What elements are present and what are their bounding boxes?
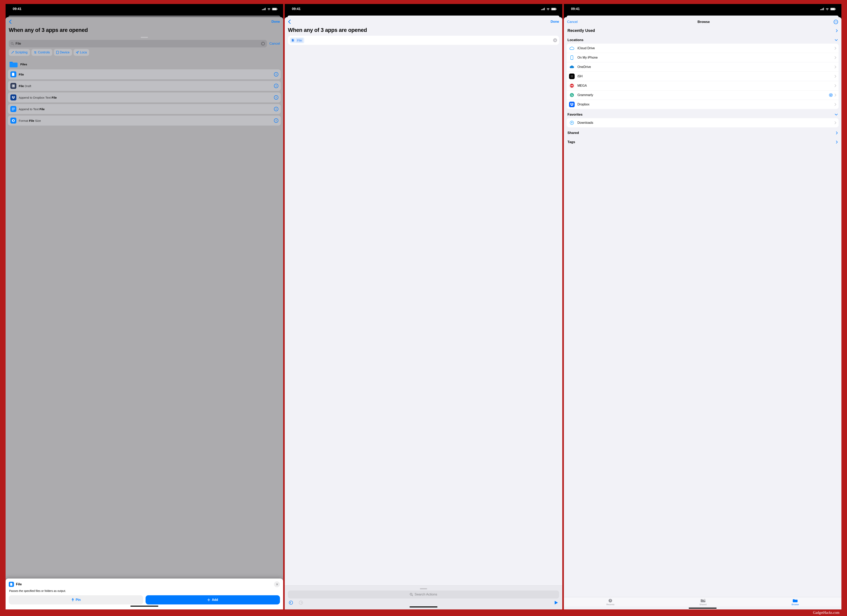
svg-point-41 [571, 75, 571, 76]
search-input[interactable] [16, 42, 260, 46]
pin-icon [71, 598, 74, 601]
location-mega[interactable]: MEGA [567, 81, 839, 90]
svg-rect-13 [13, 85, 14, 87]
chevron-right-icon [835, 75, 836, 78]
favorites-list: Downloads [567, 118, 839, 127]
info-button[interactable]: i [274, 84, 278, 88]
location-ish[interactable]: iSH [567, 72, 839, 81]
info-button[interactable]: i [274, 72, 278, 77]
done-button[interactable]: Done [268, 20, 280, 24]
location-dropbox[interactable]: Dropbox [567, 100, 839, 109]
files-app-icon [10, 61, 18, 67]
tab-recents[interactable]: Recents [606, 598, 614, 606]
location-onedrive[interactable]: OneDrive [567, 62, 839, 72]
svg-point-51 [570, 93, 574, 97]
action-file[interactable]: File i [8, 69, 281, 79]
location-icloud-drive[interactable]: iCloud Drive [567, 44, 839, 53]
back-button[interactable] [288, 19, 300, 24]
background-card-peek [567, 16, 839, 17]
chip-scripting[interactable]: Scripting [9, 49, 30, 56]
chevron-right-icon [835, 84, 836, 87]
clear-search-button[interactable]: ✕ [261, 42, 265, 46]
svg-rect-19 [542, 9, 543, 10]
token-label: File [296, 38, 303, 43]
file-action-token[interactable]: File [290, 37, 304, 43]
automation-title: When any of 3 apps are opened [6, 25, 283, 36]
shared-folder-icon [700, 598, 706, 603]
svg-rect-15 [12, 109, 15, 109]
done-button[interactable]: Done [547, 20, 559, 24]
favorite-downloads[interactable]: Downloads [567, 118, 839, 127]
status-time: 09:41 [13, 7, 21, 11]
status-bar: 09:41 [564, 4, 841, 14]
chip-device[interactable]: Device [54, 49, 72, 56]
add-button[interactable]: Add [146, 595, 280, 604]
svg-point-10 [35, 53, 36, 53]
cellular-icon [820, 8, 824, 10]
location-grammarly[interactable]: Grammarly [567, 90, 839, 100]
action-search-sheet: Done When any of 3 apps are opened ✕ Can… [6, 17, 283, 609]
ish-icon [569, 74, 575, 79]
home-indicator[interactable] [410, 606, 437, 607]
home-indicator[interactable] [130, 606, 158, 607]
chip-controls[interactable]: Controls [31, 49, 52, 56]
back-button[interactable] [9, 19, 21, 24]
action-file-draft[interactable]: File Draft i [8, 81, 281, 91]
category-chips: Scripting Controls Device Loca [6, 49, 283, 58]
svg-point-48 [572, 77, 572, 77]
remove-action-button[interactable]: ✕ [553, 38, 557, 42]
more-button[interactable] [826, 19, 838, 24]
tab-browse[interactable]: Browse [792, 598, 799, 606]
tags-row[interactable]: Tags [564, 137, 841, 146]
sheet-grabber[interactable] [420, 588, 427, 589]
icloud-icon [569, 46, 575, 51]
chip-location[interactable]: Loca [74, 49, 89, 56]
home-indicator[interactable] [689, 608, 717, 609]
actions-list: File i File Draft i Append [6, 69, 283, 125]
status-indicators [820, 8, 836, 10]
location-on-my-iphone[interactable]: On My iPhone [567, 53, 839, 62]
sliders-icon [34, 51, 37, 54]
search-cancel-button[interactable]: Cancel [269, 42, 280, 46]
pin-button[interactable]: Pin [9, 595, 143, 604]
svg-rect-34 [831, 8, 835, 10]
info-button[interactable]: i [274, 107, 278, 111]
svg-rect-20 [543, 8, 544, 10]
tab-shared[interactable]: Shared [699, 598, 707, 606]
action-format-file-size[interactable]: Format File Size i [8, 116, 281, 125]
recently-used-row[interactable]: Recently Used [564, 25, 841, 34]
svg-rect-24 [556, 9, 557, 10]
onedrive-icon [569, 64, 575, 70]
chevron-left-icon [288, 19, 291, 24]
svg-rect-0 [262, 9, 263, 10]
action-label: File Draft [19, 84, 272, 88]
svg-rect-40 [571, 56, 573, 60]
undo-button[interactable] [289, 600, 293, 605]
search-actions-field[interactable]: Search Actions [288, 591, 559, 598]
svg-rect-5 [272, 8, 277, 10]
run-button[interactable] [554, 600, 558, 605]
svg-point-7 [11, 43, 13, 44]
shared-row[interactable]: Shared [564, 127, 841, 137]
sheet-grabber[interactable] [141, 37, 148, 38]
action-row[interactable]: File ✕ [288, 36, 559, 45]
chevron-right-icon [835, 121, 836, 124]
svg-rect-11 [56, 51, 58, 54]
svg-point-56 [704, 599, 705, 600]
svg-rect-32 [823, 8, 824, 10]
close-popover-button[interactable]: ✕ [274, 581, 280, 587]
action-append-dropbox[interactable]: Append to Dropbox Text File i [8, 93, 281, 102]
favorites-header[interactable]: Favorites [564, 109, 841, 118]
action-search-field[interactable]: ✕ [9, 40, 267, 47]
chevron-left-icon [9, 19, 12, 24]
action-append-text[interactable]: Append to Text File i [8, 104, 281, 114]
locations-header[interactable]: Locations [564, 34, 841, 44]
clock-icon [608, 598, 613, 603]
cancel-button[interactable]: Cancel [567, 20, 581, 24]
chevron-right-icon [835, 103, 836, 106]
svg-point-39 [837, 22, 837, 22]
chevron-right-icon [835, 66, 836, 68]
redo-button[interactable] [299, 600, 303, 605]
info-button[interactable]: i [274, 118, 278, 123]
info-button[interactable]: i [274, 95, 278, 100]
